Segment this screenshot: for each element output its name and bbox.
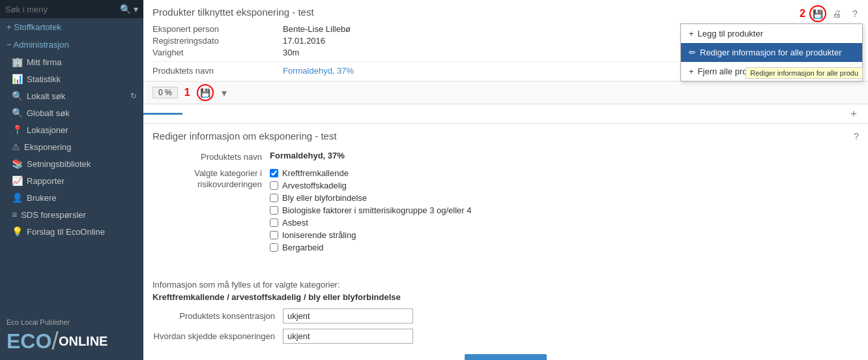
tooltip-overflow: Rediger informasjon for alle produ <box>745 67 863 79</box>
user-icon: 👤 <box>12 192 23 203</box>
label-registreringsdato: Registreringsdato <box>152 36 283 46</box>
refresh-icon[interactable]: ↻ <box>130 91 137 100</box>
dropdown-label-legg: Legg til produkter <box>698 29 763 38</box>
sidebar-item-sds[interactable]: ≡ SDS forespørsler <box>0 206 143 223</box>
checkbox-input-bly[interactable] <box>270 194 278 202</box>
warning-icon: ⚠ <box>12 142 20 152</box>
edit-help-icon[interactable]: ? <box>854 131 859 142</box>
sidebar-label-rapporter: Rapporter <box>27 176 65 186</box>
checkbox-bio[interactable]: Biologiske faktorer i smitterisikogruppe… <box>270 205 471 215</box>
edit-section-header: Rediger informasjon om eksponering - tes… <box>152 130 859 142</box>
save-circle-icon-btn-2[interactable]: 💾 <box>197 84 214 101</box>
sidebar-item-rapporter[interactable]: 📈 Rapporter <box>0 172 143 189</box>
label-kategorier: Valgte kategorier irisikovurderingen <box>152 168 270 190</box>
info-block-title: Informasjon som må fylles ut for valgte … <box>152 280 859 290</box>
sidebar-item-statistikk[interactable]: 📊 Statistikk <box>0 70 143 87</box>
dropdown-item-rediger-alle[interactable]: ✏ Rediger informasjon for alle produkter <box>681 43 862 62</box>
building-icon: 🏢 <box>12 57 23 67</box>
search-icon-lokalt: 🔍 <box>12 91 23 101</box>
value-registreringsdato: 17.01.2016 <box>283 36 325 46</box>
help-icon-btn[interactable]: ? <box>847 6 863 22</box>
label-produktets-navn: Produktets navn <box>152 66 283 76</box>
sidebar-label-brukere: Brukere <box>27 193 57 203</box>
sidebar: 🔍 ▾ Stoffkartotek Administrasjon 🏢 Mitt … <box>0 0 143 360</box>
checkbox-kreft[interactable]: Kreftfremkallende <box>270 168 471 178</box>
sidebar-item-lokalt-sok[interactable]: 🔍 Lokalt søk ↻ <box>0 87 143 104</box>
sidebar-label-eksponering: Eksponering <box>24 142 71 152</box>
sidebar-item-administrasjon[interactable]: Administrasjon <box>0 36 143 53</box>
eco-text: ECO <box>7 331 51 352</box>
checkbox-input-ioniserende[interactable] <box>270 231 278 239</box>
checkbox-input-arvestoff[interactable] <box>270 181 278 190</box>
sidebar-label-forslag: Forslag til EcoOnline <box>27 227 105 237</box>
checkbox-input-asbest[interactable] <box>270 218 278 227</box>
checkbox-bly[interactable]: Bly eller blyforbindelse <box>270 193 471 203</box>
checkbox-asbest[interactable]: Asbest <box>270 218 471 228</box>
value-eksponert-person: Bente-Lise Lillebø <box>283 24 351 34</box>
sidebar-item-eksponering[interactable]: ⚠ Eksponering <box>0 138 143 155</box>
edit-section-title: Rediger informasjon om eksponering - tes… <box>152 130 337 142</box>
sidebar-label-setningsbibliotek: Setningsbibliotek <box>27 159 91 169</box>
sidebar-label-lokalt-sok: Lokalt søk <box>27 91 65 101</box>
idea-icon: 💡 <box>12 226 23 237</box>
book-icon: 📚 <box>12 158 23 169</box>
checkbox-label-bio: Biologiske faktorer i smitterisikogruppe… <box>282 205 471 215</box>
expand-icon[interactable]: ＋ <box>848 107 859 121</box>
label-konsentrasjon: Produktets konsentrasjon <box>152 311 283 321</box>
checkbox-label-ioniserende: Ioniserende stråling <box>282 230 356 240</box>
main-content: Produkter tilknyttet eksponering - test … <box>143 0 868 360</box>
products-sub-row: 0 % 1 💾 ▾ <box>143 82 868 104</box>
label-varighet: Varighet <box>152 48 283 57</box>
sidebar-footer: Eco Local Publisher ECO / ONLINE <box>0 308 143 360</box>
checkbox-ioniserende[interactable]: Ioniserende stråling <box>270 230 471 240</box>
print-icon: 🖨 <box>832 8 841 19</box>
checkbox-label-kreft: Kreftfremkallende <box>282 168 349 178</box>
categories-row: Valgte kategorier irisikovurderingen Kre… <box>152 168 859 252</box>
value-varighet: 30m <box>283 48 299 57</box>
checkbox-input-bergarbeid[interactable] <box>270 243 278 252</box>
checkbox-group: Kreftfremkallende Arvestoffskadelig Bly … <box>270 168 471 252</box>
label-produktets-navn-edit: Produktets navn <box>152 151 270 162</box>
sidebar-item-setningsbibliotek[interactable]: 📚 Setningsbibliotek <box>0 155 143 172</box>
info-block-subtitle: Kreftfremkallende / arvestoffskadelig / … <box>152 292 859 302</box>
checkbox-arvestoff[interactable]: Arvestoffskadelig <box>270 181 471 190</box>
input-skjedde[interactable] <box>283 329 413 344</box>
input-konsentrasjon[interactable] <box>283 308 413 323</box>
save-icon-2: 💾 <box>200 88 210 98</box>
save-circle-icon-btn[interactable]: 💾 <box>809 5 826 22</box>
sidebar-item-stoffkartotek[interactable]: Stoffkartotek <box>0 18 143 36</box>
location-icon: 📍 <box>12 125 23 135</box>
checkbox-label-arvestoff: Arvestoffskadelig <box>282 181 347 190</box>
dropdown-item-legg-til[interactable]: + Legg til produkter <box>681 24 862 43</box>
sidebar-item-lokasjoner[interactable]: 📍 Lokasjoner <box>0 121 143 138</box>
chevron-down-icon[interactable]: ▾ <box>134 4 138 14</box>
search-input[interactable] <box>5 5 117 14</box>
checkbox-bergarbeid[interactable]: Bergarbeid <box>270 243 471 252</box>
save-icon: 💾 <box>813 9 823 19</box>
checkbox-input-kreft[interactable] <box>270 169 278 177</box>
eco-online-logo: ECO / ONLINE <box>7 329 108 353</box>
sidebar-search-bar[interactable]: 🔍 ▾ <box>0 0 143 18</box>
print-icon-btn[interactable]: 🖨 <box>829 6 845 22</box>
checkbox-input-bio[interactable] <box>270 206 278 215</box>
edit-icon: ✏ <box>689 48 696 57</box>
info-block: Informasjon som må fylles ut for valgte … <box>143 275 868 360</box>
product-link[interactable]: Formaldehyd, 37% <box>283 66 354 76</box>
online-text: ONLINE <box>59 335 108 348</box>
sidebar-label-statistikk: Statistikk <box>27 74 61 84</box>
number-1: 1 <box>184 87 190 98</box>
search-icon[interactable]: 🔍 <box>120 4 131 14</box>
dropdown-label-rediger: Rediger informasjon for alle produkter <box>700 48 842 57</box>
sidebar-item-globalt-sok[interactable]: 🔍 Globalt søk <box>0 104 143 121</box>
sidebar-label-mitt-firma: Mitt firma <box>27 57 61 67</box>
chevron-down-products[interactable]: ▾ <box>222 87 227 99</box>
divider-handle[interactable] <box>143 113 182 115</box>
sidebar-item-forslag[interactable]: 💡 Forslag til EcoOnline <box>0 223 143 240</box>
checkbox-label-asbest: Asbest <box>282 218 308 228</box>
sidebar-label-lokasjoner: Lokasjoner <box>27 125 68 135</box>
plus-icon-fjern: + <box>689 67 694 76</box>
sidebar-item-mitt-firma[interactable]: 🏢 Mitt firma <box>0 53 143 70</box>
sidebar-item-brukere[interactable]: 👤 Brukere <box>0 189 143 206</box>
save-next-button[interactable]: Lagre / Neste <box>465 354 547 360</box>
field-skjedde-row: Hvordan skjedde eksponeringen <box>152 329 859 344</box>
